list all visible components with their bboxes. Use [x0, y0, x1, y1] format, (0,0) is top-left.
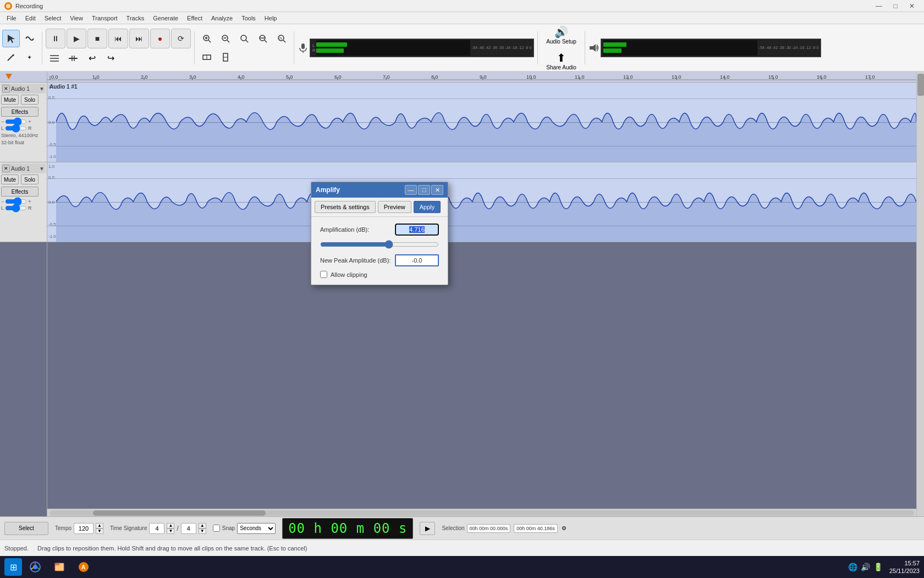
track-2-pan-slider[interactable]: [5, 206, 27, 210]
dialog-maximize-btn[interactable]: □: [418, 185, 430, 195]
maximize-button[interactable]: □: [888, 1, 903, 12]
amplification-input[interactable]: [395, 223, 439, 236]
menu-analyze[interactable]: Analyze: [207, 12, 237, 24]
undo-btn[interactable]: ↩: [83, 50, 101, 67]
track-1-name: Audio 1: [11, 86, 38, 92]
track-1-effects-btn[interactable]: Effects: [1, 107, 38, 117]
snap-label: Snap: [222, 525, 235, 531]
taskbar-audacity-btn[interactable]: A: [73, 557, 95, 577]
allow-clipping-checkbox[interactable]: [320, 271, 327, 278]
select-button-bottom[interactable]: Select: [4, 522, 48, 535]
selection-tool-btn[interactable]: [2, 30, 20, 47]
svg-text:1.0: 1.0: [92, 74, 100, 80]
t1-scale-m1: -1.0: [48, 154, 56, 159]
amplification-slider[interactable]: [320, 240, 439, 249]
track-1-waveform[interactable]: Audio 1 #1 0.5 0.0 -0.5 1.0 -1.0: [47, 83, 916, 162]
timesig-top-down[interactable]: ▼: [167, 528, 174, 534]
track-2-solo-btn[interactable]: Solo: [21, 175, 38, 184]
snap-unit-select[interactable]: Seconds: [237, 523, 276, 534]
zoom-in-btn[interactable]: [198, 30, 216, 47]
zoom-fit-btn[interactable]: [235, 30, 253, 47]
taskbar-volume-icon[interactable]: 🔊: [861, 563, 870, 571]
tempo-input[interactable]: [74, 523, 94, 534]
zoom-v-btn[interactable]: [217, 48, 234, 66]
menu-generate[interactable]: Generate: [148, 12, 183, 24]
zoom-out-btn[interactable]: [217, 30, 234, 47]
tools-group: ✦: [2, 30, 38, 66]
v-scrollbar[interactable]: [916, 72, 924, 516]
draw-tool-btn[interactable]: [2, 48, 20, 66]
zoom-fit2-btn[interactable]: h: [273, 30, 290, 47]
taskbar-chrome-btn[interactable]: [24, 557, 46, 577]
menu-select[interactable]: Select: [40, 12, 66, 24]
minimize-button[interactable]: —: [871, 1, 887, 12]
h-scrollbar-track[interactable]: [50, 510, 914, 516]
track-1-r-label: R: [28, 126, 32, 131]
dialog-minimize-btn[interactable]: —: [405, 185, 417, 195]
multi-tool-btn[interactable]: ✦: [21, 48, 38, 66]
stop-button[interactable]: ■: [87, 29, 107, 48]
h-scrollbar[interactable]: [47, 509, 916, 516]
tempo-down-btn[interactable]: ▼: [96, 528, 103, 534]
pause-button[interactable]: ⏸: [46, 29, 65, 48]
track-1-gain-slider[interactable]: [5, 119, 27, 124]
status-message: Drag clips to reposition them. Hold Shif…: [37, 545, 307, 552]
track-2-mute-btn[interactable]: Mute: [1, 175, 19, 184]
taskbar-files-btn[interactable]: [48, 557, 70, 577]
dialog-close-btn[interactable]: ✕: [431, 185, 443, 195]
snap-checkbox[interactable]: [213, 525, 220, 532]
menu-view[interactable]: View: [65, 12, 87, 24]
track-1-dropdown-icon[interactable]: ▼: [39, 86, 45, 92]
record-button[interactable]: ●: [150, 29, 170, 48]
presets-settings-btn[interactable]: Presets & settings: [315, 201, 376, 213]
t2-scale-m1: -1.0: [48, 234, 56, 239]
transport-row: ⏸ ▶ ■ ⏮ ⏭ ● ⟳: [46, 29, 191, 48]
trim-btn[interactable]: [46, 50, 63, 67]
track-1-pan-slider[interactable]: [5, 126, 27, 130]
tempo-label: Tempo: [55, 525, 72, 531]
track-2-gain-slider[interactable]: [5, 199, 27, 204]
menu-effect[interactable]: Effect: [183, 12, 207, 24]
timesig-top-up[interactable]: ▲: [167, 523, 174, 528]
menu-help[interactable]: Help: [260, 12, 282, 24]
taskbar-start-btn[interactable]: ⊞: [4, 558, 22, 576]
preview-btn[interactable]: Preview: [378, 201, 411, 213]
track-2-waveform[interactable]: 0.5 0.0 -0.5 1.0 -1.0: [47, 162, 916, 242]
zoom-sel-btn[interactable]: [254, 30, 272, 47]
menu-tools[interactable]: Tools: [237, 12, 260, 24]
next-button[interactable]: ⏭: [129, 29, 149, 48]
track-2-close-btn[interactable]: ✕: [2, 165, 10, 172]
loop-button[interactable]: ⟳: [171, 29, 191, 48]
apply-btn[interactable]: Apply: [414, 201, 441, 213]
timesig-bot-up[interactable]: ▲: [199, 523, 206, 528]
speaker-icon: [588, 42, 600, 53]
peak-input[interactable]: [395, 254, 439, 266]
play-small-btn[interactable]: ▶: [420, 522, 435, 535]
zoom-h-btn[interactable]: [198, 48, 216, 66]
prev-button[interactable]: ⏮: [108, 29, 128, 48]
tempo-up-btn[interactable]: ▲: [96, 523, 103, 528]
envelope-tool-btn[interactable]: [21, 30, 38, 47]
menu-file[interactable]: File: [2, 12, 21, 24]
share-audio-button[interactable]: ⬆ Share Audio: [541, 48, 581, 73]
redo-btn[interactable]: ↪: [102, 50, 119, 67]
v-scrollbar-thumb[interactable]: [917, 74, 924, 96]
timesig-bot-down[interactable]: ▼: [199, 528, 206, 534]
close-button[interactable]: ✕: [904, 1, 920, 12]
menu-edit[interactable]: Edit: [21, 12, 40, 24]
menu-transport[interactable]: Transport: [87, 12, 122, 24]
track-2-dropdown-icon[interactable]: ▼: [39, 166, 45, 172]
track-1-solo-btn[interactable]: Solo: [21, 95, 38, 105]
track-1-close-btn[interactable]: ✕: [2, 85, 10, 92]
h-scrollbar-thumb[interactable]: [93, 510, 266, 516]
track-2-effects-btn[interactable]: Effects: [1, 187, 38, 197]
audio-setup-button[interactable]: 🔊 Audio Setup: [541, 23, 581, 47]
time-sig-bot-input[interactable]: [181, 523, 196, 534]
silence-btn[interactable]: [64, 50, 82, 67]
track-1-mute-btn[interactable]: Mute: [1, 95, 19, 105]
selection-settings-btn[interactable]: ⚙: [560, 524, 569, 533]
play-button[interactable]: ▶: [67, 29, 86, 48]
time-sig-top-input[interactable]: [149, 523, 164, 534]
menu-tracks[interactable]: Tracks: [122, 12, 149, 24]
svg-point-71: [33, 565, 37, 569]
